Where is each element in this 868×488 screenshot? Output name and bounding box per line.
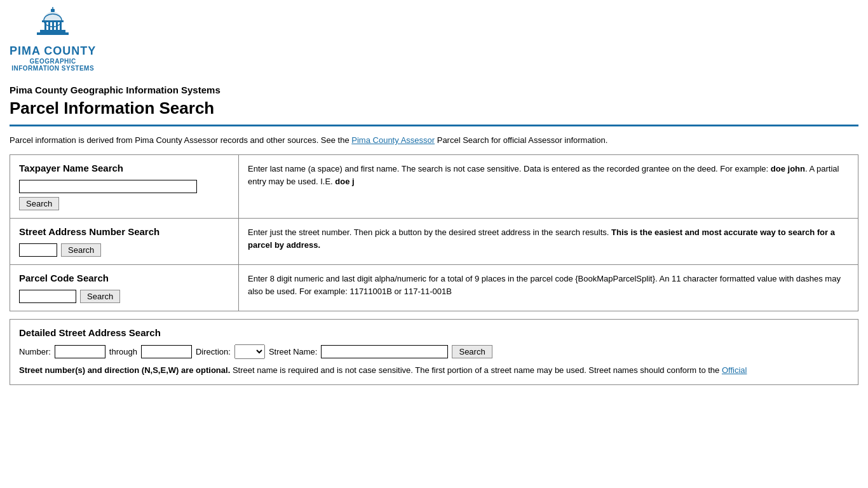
parcel-code-row: Parcel Code Search Search Enter 8 digit …: [10, 264, 858, 311]
detail-street-name-input[interactable]: [321, 345, 448, 358]
street-address-description: Enter just the street number. Then pick …: [248, 226, 849, 253]
street-address-search-button[interactable]: Search: [61, 243, 101, 257]
logo-gis-text: GEOGRAPHIC INFORMATION SYSTEMS: [11, 58, 94, 72]
detailed-search-table: Detailed Street Address Search Number: t…: [10, 319, 858, 386]
street-address-number-input[interactable]: [19, 243, 57, 257]
taxpayer-example2: doe j: [335, 177, 354, 186]
street-address-row: Street Address Number Search Search Ente…: [10, 218, 858, 264]
header: PIMA COUNTY GEOGRAPHIC INFORMATION SYSTE…: [10, 6, 858, 72]
street-address-section-title: Street Address Number Search: [19, 226, 229, 237]
svg-rect-6: [52, 22, 54, 30]
blue-divider: [10, 125, 858, 126]
svg-rect-8: [60, 22, 62, 30]
logo-pima-county: PIMA COUNTY: [10, 44, 96, 58]
svg-rect-7: [56, 22, 58, 30]
svg-rect-3: [42, 20, 64, 22]
capitol-icon: [31, 6, 75, 44]
assessor-link[interactable]: Pima County Assessor: [351, 135, 435, 145]
logo-container: PIMA COUNTY GEOGRAPHIC INFORMATION SYSTE…: [10, 6, 96, 72]
search-sections-table: Taxpayer Name Search Search Enter last n…: [10, 154, 858, 311]
detailed-search-inputs: Number: through Direction: N S E W NE NW…: [19, 344, 849, 359]
taxpayer-name-input[interactable]: [19, 180, 197, 193]
svg-rect-1: [51, 9, 55, 12]
parcel-code-input[interactable]: [19, 290, 76, 303]
detailed-search-row: Detailed Street Address Search Number: t…: [10, 319, 858, 385]
svg-rect-10: [37, 32, 69, 35]
direction-select[interactable]: N S E W NE NW SE SW: [234, 344, 265, 359]
taxpayer-row: Taxpayer Name Search Search Enter last n…: [10, 154, 858, 218]
taxpayer-description: Enter last name (a space) and first name…: [248, 163, 849, 189]
detailed-section-title: Detailed Street Address Search: [19, 327, 849, 338]
detail-number-input[interactable]: [55, 345, 105, 358]
detailed-search-button[interactable]: Search: [452, 345, 492, 358]
taxpayer-search-button[interactable]: Search: [19, 197, 59, 210]
svg-rect-9: [40, 30, 65, 32]
direction-label: Direction:: [196, 347, 231, 356]
detailed-search-note: Street number(s) and direction (N,S,E,W)…: [19, 364, 849, 377]
street-address-desc-cell: Enter just the street number. Then pick …: [239, 218, 858, 264]
taxpayer-desc-cell: Enter last name (a space) and first name…: [239, 154, 858, 218]
official-link[interactable]: Official: [722, 365, 747, 375]
parcel-code-description: Enter 8 digit numeric and last digit alp…: [248, 273, 849, 299]
page-subtitle: Pima County Geographic Information Syste…: [10, 85, 858, 95]
parcel-code-section-title: Parcel Code Search: [19, 273, 229, 283]
svg-rect-4: [44, 22, 46, 30]
through-label: through: [109, 347, 137, 356]
svg-rect-5: [48, 22, 50, 30]
detail-through-input[interactable]: [141, 345, 192, 358]
page-title: Parcel Information Search: [10, 98, 858, 118]
intro-paragraph: Parcel information is derived from Pima …: [10, 134, 858, 147]
street-address-label-cell: Street Address Number Search Search: [10, 218, 239, 264]
taxpayer-label-cell: Taxpayer Name Search Search: [10, 154, 239, 218]
taxpayer-section-title: Taxpayer Name Search: [19, 163, 229, 173]
taxpayer-example1: doe john: [771, 164, 805, 173]
parcel-code-desc-cell: Enter 8 digit numeric and last digit alp…: [239, 264, 858, 311]
detailed-note-bold: Street number(s) and direction (N,S,E,W)…: [19, 365, 230, 375]
street-name-label: Street Name:: [269, 347, 318, 356]
parcel-code-search-button[interactable]: Search: [80, 290, 120, 303]
detailed-search-cell: Detailed Street Address Search Number: t…: [10, 319, 858, 385]
parcel-code-label-cell: Parcel Code Search Search: [10, 264, 239, 311]
number-label: Number:: [19, 347, 51, 356]
